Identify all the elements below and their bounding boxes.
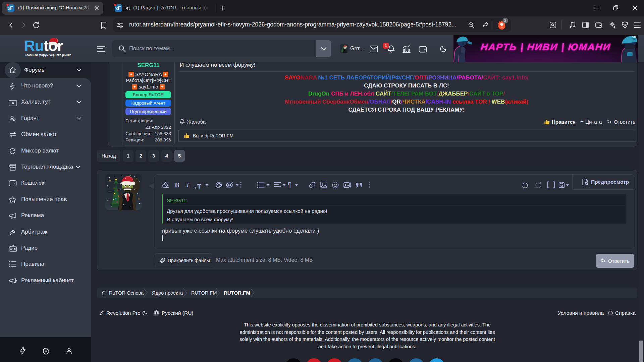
svg-text:OR: OR	[632, 36, 636, 39]
